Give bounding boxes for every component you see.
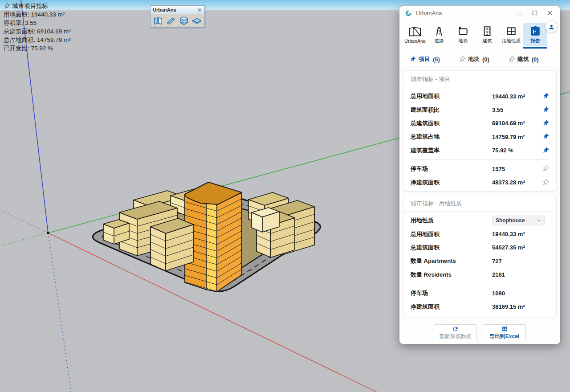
- pin-outline-icon[interactable]: [540, 165, 549, 172]
- panel-title: UrbanAna: [416, 10, 442, 16]
- floating-toolbar-title: UrbanAna: [153, 7, 176, 12]
- landuse-select-row: 用地性质 Shophouse: [411, 214, 549, 227]
- panel-toolbar: UrbanAna 道路 地块: [403, 23, 547, 48]
- toolbar-item-report[interactable]: 报告: [523, 23, 547, 46]
- panel-titlebar[interactable]: UrbanAna: [399, 6, 560, 20]
- toolbar-item-urbanana[interactable]: UrbanAna: [403, 23, 427, 46]
- toolbar-item-landuse[interactable]: 用地性质: [499, 23, 523, 46]
- metric-row: 总用地面积 19440.33 m²: [411, 227, 549, 241]
- pin-filled-icon[interactable]: [540, 106, 549, 114]
- city-block-model: [93, 182, 320, 292]
- overlay-line: 容积率: 3.55: [4, 19, 71, 27]
- export-excel-button[interactable]: 导出到Excel: [483, 324, 526, 341]
- pin-filled-icon[interactable]: [540, 120, 549, 127]
- metric-row: 净建筑面积 48373.28 m²: [411, 176, 549, 189]
- maximize-icon[interactable]: [527, 6, 542, 20]
- pin-filled-icon: [409, 56, 416, 63]
- metric-row: 停车场 1090: [411, 286, 549, 300]
- selected-tool-underline: [523, 47, 547, 49]
- viewport-overlay-stats: 城市项目指标 用地面积: 19440.33 m² 容积率: 3.55 总建筑面积…: [4, 2, 71, 53]
- urbanana-app-logo-icon: [405, 9, 412, 17]
- urbanana-logo-icon: [409, 26, 421, 37]
- chevron-down-icon: [537, 218, 541, 223]
- tab-project[interactable]: 项目 (5): [409, 55, 440, 63]
- tab-parcel[interactable]: 地块 (0): [459, 55, 489, 63]
- sketchup-viewport-screen: 城市项目指标 用地面积: 19440.33 m² 容积率: 3.55 总建筑面积…: [0, 0, 570, 392]
- metric-row: 数量 Apartments 727: [411, 254, 549, 268]
- report-tabs: 项目 (5) 地块 (0) 建筑 (0): [409, 53, 539, 66]
- pin-filled-icon[interactable]: [540, 147, 549, 154]
- toolbar-item-road[interactable]: 道路: [427, 23, 451, 46]
- project-metrics-card: 城市指标 - 项目 总用地面积 19440.33 m² 建筑面积比 3.55 总…: [403, 70, 557, 192]
- urbanana-logo-icon[interactable]: [152, 15, 164, 27]
- metric-row: 停车场 1575: [411, 162, 549, 176]
- tab-building[interactable]: 建筑 (0): [508, 55, 539, 63]
- overlay-line: 总建筑面积: 69104.69 m²: [4, 27, 71, 36]
- refresh-icon: [452, 326, 459, 332]
- road-tool-icon[interactable]: [165, 15, 177, 27]
- metric-row: 总建筑面积 69104.69 m²: [411, 117, 549, 130]
- metric-row: 建筑覆盖率 75.92 %: [411, 144, 549, 157]
- overlay-line: 已开发比: 75.92 %: [4, 44, 71, 53]
- pin-outline-icon: [508, 56, 515, 63]
- metric-row: 总建筑占地 14759.79 m²: [411, 130, 549, 143]
- pin-filled-icon[interactable]: [540, 93, 549, 100]
- overlay-line: 用地面积: 19440.33 m²: [4, 10, 71, 19]
- floating-toolbar-titlebar[interactable]: UrbanAna: [151, 6, 204, 14]
- floating-toolbar: UrbanAna: [150, 5, 205, 28]
- metric-row: 数量 Residents 2181: [411, 268, 549, 282]
- report-icon: [529, 25, 541, 37]
- minimize-icon[interactable]: [512, 6, 527, 20]
- pin-filled-icon[interactable]: [540, 133, 549, 140]
- pin-icon: [4, 3, 10, 9]
- building-tool-icon[interactable]: [178, 15, 190, 27]
- metric-row: 建筑面积比 3.55: [411, 103, 549, 116]
- landuse-icon: [505, 25, 517, 37]
- urbanana-panel-window: UrbanAna UrbanAna: [399, 6, 560, 344]
- divider: [411, 284, 549, 284]
- metric-row: 总用地面积 19440.33 m²: [411, 90, 549, 103]
- divider: [411, 159, 549, 160]
- parcel-tool-icon[interactable]: [191, 15, 203, 27]
- overlay-line: 总占地面积: 14759.79 m²: [4, 36, 71, 44]
- person-icon: [548, 24, 555, 30]
- toolbar-item-parcel[interactable]: 地块: [451, 23, 475, 46]
- pin-outline-icon[interactable]: [540, 179, 549, 186]
- building-icon: [481, 25, 493, 37]
- pin-outline-icon: [459, 56, 465, 63]
- reload-data-button[interactable]: 重新加载数据: [434, 324, 477, 341]
- metric-row: 总建筑面积 54527.35 m²: [411, 241, 549, 254]
- landuse-metrics-card: 城市指标 - 用地性质 用地性质 Shophouse 总用地面积 19440.3…: [403, 195, 557, 317]
- overlay-title: 城市项目指标: [12, 2, 48, 10]
- toolbar-item-building[interactable]: 建筑: [475, 23, 499, 46]
- parcel-icon: [457, 25, 469, 37]
- card-header: 城市指标 - 项目: [403, 71, 556, 87]
- table-icon: [501, 326, 508, 332]
- road-icon: [433, 25, 445, 37]
- user-avatar-button[interactable]: [545, 20, 558, 33]
- panel-footer: 重新加载数据 导出到Excel: [399, 320, 560, 341]
- close-icon[interactable]: [197, 7, 202, 12]
- close-icon[interactable]: [542, 6, 558, 20]
- card-header: 城市指标 - 用地性质: [403, 195, 556, 212]
- metric-row: 净建筑面积 38169.15 m²: [411, 300, 549, 313]
- landuse-select[interactable]: Shophouse: [492, 216, 545, 225]
